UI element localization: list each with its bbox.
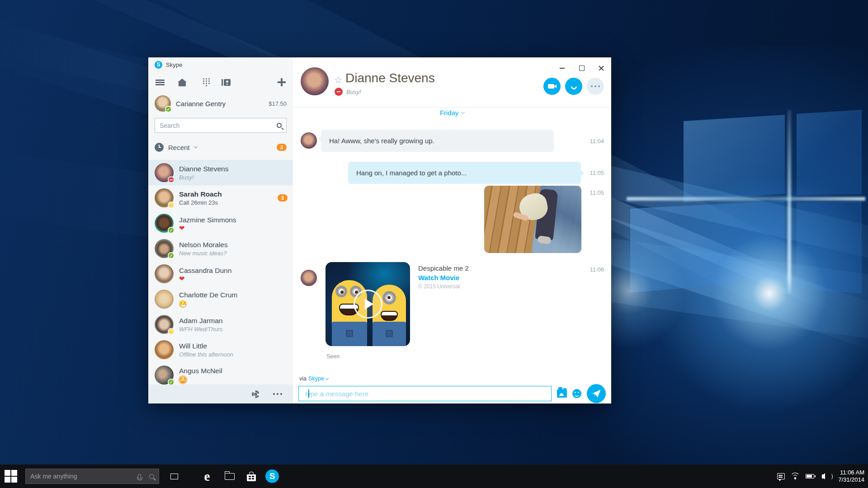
day-divider-dropdown[interactable]: Friday — [293, 109, 611, 117]
favorite-star-icon[interactable]: ☆ — [334, 75, 342, 85]
incoming-message-bubble: Ha! Awww, she's really growing up. — [321, 130, 554, 152]
volume-icon[interactable] — [816, 465, 830, 488]
contact-row-angus-mcneil[interactable]: ✓ Angus McNeil — [148, 362, 293, 385]
conversation-panel: ☆ Dianne Stevens Busy! Friday Ha! Awww, … — [293, 57, 611, 404]
contact-row-sarah-roach[interactable]: Sarah Roach Call 26min 23s 3 — [148, 185, 293, 211]
watch-movie-link[interactable]: Watch Movie — [418, 274, 469, 282]
logo-pane — [624, 104, 868, 303]
sidebar: S Skype ✓ Carianne Gentry $17.50 Search — [148, 57, 293, 404]
contact-mood: Offline this afternoon — [179, 351, 233, 358]
play-button-icon[interactable] — [354, 290, 382, 319]
conversation-header: ☆ Dianne Stevens Busy! — [293, 57, 611, 108]
microphone-icon[interactable] — [138, 474, 141, 479]
contact-row-nelson-morales[interactable]: ✓ Nelson Morales New music ideas? — [148, 236, 293, 261]
chevron-down-icon — [461, 110, 465, 114]
logo-pane — [624, 104, 868, 303]
search-icon[interactable] — [149, 474, 154, 479]
avatar — [155, 340, 174, 359]
more-options-icon[interactable] — [273, 393, 282, 395]
ellipsis-icon — [591, 85, 600, 87]
conversation-contact-status: Busy! — [346, 89, 361, 95]
avatar — [301, 270, 317, 286]
contact-row-charlotte-de-crum[interactable]: Charlotte De Crum — [148, 286, 293, 312]
avatar — [155, 264, 174, 283]
logo-edge-glow — [627, 197, 865, 201]
taskbar-search-box[interactable]: Ask me anything — [25, 469, 159, 484]
skype-taskbar-icon[interactable]: S — [263, 465, 281, 488]
send-media-icon[interactable] — [557, 389, 567, 398]
task-view-button[interactable] — [165, 465, 183, 488]
avatar — [155, 315, 174, 334]
voice-call-button[interactable] — [565, 78, 582, 95]
file-explorer-icon[interactable] — [221, 465, 239, 488]
contact-name: Nelson Morales — [179, 241, 228, 249]
busy-status-icon — [335, 88, 343, 96]
sidebar-footer — [148, 385, 293, 404]
more-options-button[interactable] — [587, 78, 604, 95]
avatar — [155, 163, 174, 182]
recent-header[interactable]: Recent 3 — [148, 137, 293, 157]
away-status-icon — [168, 328, 175, 335]
action-center-icon[interactable] — [774, 465, 788, 488]
skype-logo-icon: S — [155, 61, 162, 69]
avatar — [155, 188, 174, 207]
video-card-info: Despicable me 2 Watch Movie © 2015 Unive… — [418, 264, 469, 290]
video-call-button[interactable] — [543, 78, 561, 95]
skype-credit[interactable]: $17.50 — [269, 100, 287, 107]
avatar: ✓ — [155, 239, 174, 258]
contact-row-cassandra-dunn[interactable]: Cassandra Dunn ❤ — [148, 261, 293, 286]
via-label: via — [299, 375, 307, 382]
shared-photo-thumbnail[interactable] — [484, 186, 581, 253]
home-icon[interactable] — [179, 82, 186, 86]
video-thumbnail[interactable] — [326, 262, 410, 346]
dialpad-icon[interactable] — [203, 78, 204, 80]
search-placeholder: Search — [160, 122, 277, 129]
current-user-row[interactable]: ✓ Carianne Gentry $17.50 — [148, 93, 293, 114]
taskbar-clock[interactable]: 11:06 AM 7/31/2014 — [838, 465, 864, 488]
contact-name: Adam Jarman — [179, 317, 223, 325]
via-service-name: Skype — [308, 375, 324, 382]
add-contact-icon[interactable] — [278, 78, 286, 86]
via-service-dropdown[interactable]: via Skype — [299, 375, 328, 382]
video-camera-icon — [548, 84, 554, 89]
contact-row-jazmine-simmons[interactable]: ✓ Jazmine Simmons ❤ — [148, 211, 293, 236]
contact-row-adam-jarman[interactable]: Adam Jarman WFH Wed/Thurs — [148, 312, 293, 337]
battery-icon[interactable] — [803, 465, 816, 488]
search-icon[interactable] — [277, 123, 282, 128]
contact-name: Charlotte De Crum — [179, 291, 237, 299]
message-composer — [298, 386, 606, 401]
contacts-icon[interactable] — [224, 79, 231, 86]
send-button[interactable] — [587, 384, 606, 403]
contact-name: Jazmine Simmons — [179, 216, 236, 224]
sidebar-toolbar — [148, 72, 293, 93]
message-timestamp: 11:04 — [590, 138, 604, 145]
menu-icon[interactable] — [156, 80, 165, 85]
message-timestamp: 11:06 — [590, 266, 604, 273]
taskbar-search-placeholder: Ask me anything — [30, 473, 133, 480]
window-titlebar: S Skype — [148, 57, 293, 72]
search-container: Search — [148, 114, 293, 137]
edge-browser-icon[interactable]: e — [198, 465, 216, 488]
contact-last-event: Call 26min 23s — [179, 199, 222, 206]
settings-gear-icon[interactable] — [252, 390, 259, 398]
contact-row-dianne-stevens[interactable]: Dianne Stevens Busy! — [148, 160, 293, 185]
contact-mood: WFH Wed/Thurs — [179, 326, 223, 333]
video-title: Despicable me 2 — [418, 264, 469, 272]
online-status-icon: ✓ — [168, 379, 175, 385]
start-button[interactable] — [5, 470, 17, 483]
avatar[interactable] — [301, 67, 329, 95]
windows-store-icon[interactable] — [242, 465, 260, 488]
contact-name: Cassandra Dunn — [179, 267, 231, 275]
message-input[interactable] — [298, 386, 552, 401]
search-input[interactable]: Search — [155, 118, 287, 133]
online-status-icon: ✓ — [165, 106, 172, 113]
paper-plane-icon — [592, 390, 601, 398]
chevron-down-icon — [326, 376, 329, 380]
wifi-icon[interactable] — [788, 465, 802, 488]
emoticon-icon[interactable] — [572, 389, 581, 398]
red-heart-emoji: ❤ — [179, 276, 231, 282]
contact-row-will-little[interactable]: Will Little Offline this afternoon — [148, 337, 293, 362]
contact-list: Dianne Stevens Busy! Sarah Roach Call 26… — [148, 160, 293, 385]
clock-date: 7/31/2014 — [838, 476, 864, 483]
message-timestamp: 11:05 — [590, 169, 604, 176]
